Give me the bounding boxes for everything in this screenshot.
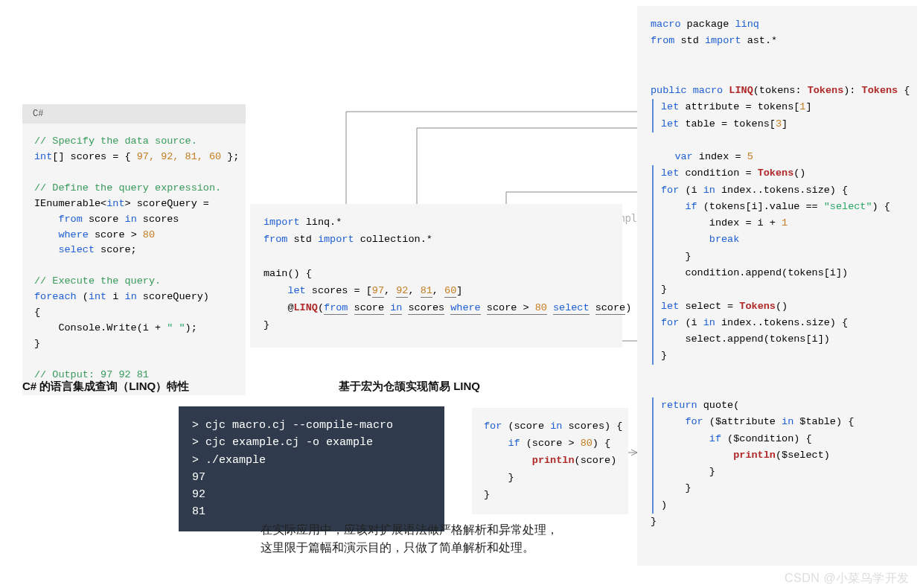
example-panel: import linq.* from std import collection… [250,204,622,348]
watermark: CSDN @小菜鸟学开发 [785,571,910,587]
macro-panel: macro package linq from std import ast.*… [637,6,917,566]
note-text: 在实际应用中，应该对扩展语法做严格解析和异常处理， 这里限于篇幅和演示目的，只做… [261,521,558,557]
csharp-header: C# [22,104,246,124]
caption-mid: 基于宏为仓颉实现简易 LINQ [339,380,480,394]
expanded-panel: for (score in scores) { if (score > 80) … [472,408,628,514]
csharp-panel: C# // Specify the data source. int[] sco… [22,104,246,395]
csharp-code: // Specify the data source. int[] scores… [22,124,246,395]
caption-left: C# 的语言集成查询（LINQ）特性 [22,380,189,394]
terminal-panel: > cjc macro.cj --compile-macro > cjc exa… [179,406,444,531]
